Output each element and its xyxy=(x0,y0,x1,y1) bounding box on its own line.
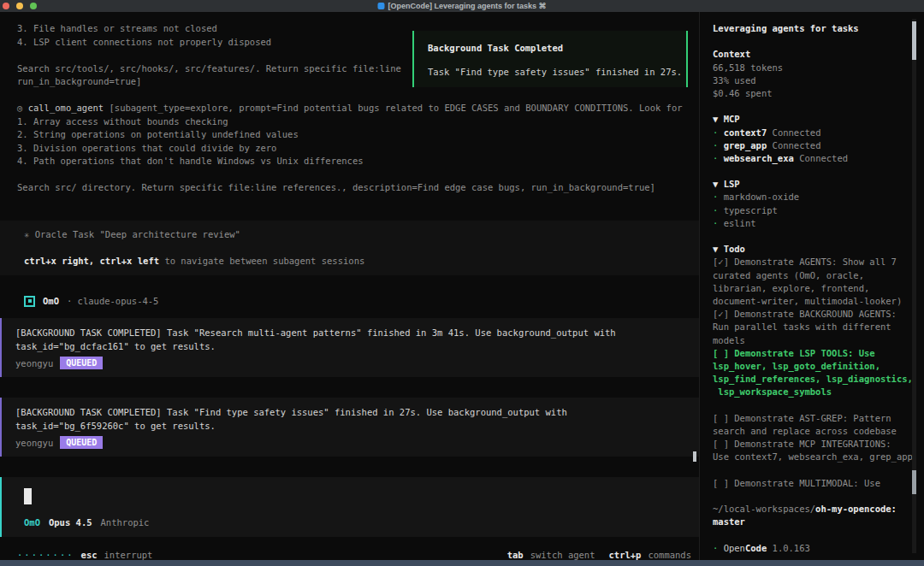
window-title-group: [OpenCode] Leveraging agents for tasks ⌘ xyxy=(377,2,546,10)
sidebar-line: Leveraging agents for tasks xyxy=(713,22,924,35)
sidebar-line: curated agents (OmO, oracle, xyxy=(713,269,924,282)
toast-title: Background Task Completed xyxy=(428,42,672,55)
titlebar: [OpenCode] Leveraging agents for tasks ⌘ xyxy=(0,0,924,12)
sidebar-line: Context xyxy=(713,48,924,61)
spinner-dots-icon: ········ xyxy=(17,550,74,560)
background-task-message-card: [BACKGROUND TASK COMPLETED] Task "Find t… xyxy=(0,398,699,457)
ctrlp-key-hint: ctrl+p xyxy=(608,550,641,560)
sidebar-line: · OpenCode 1.0.163 xyxy=(713,542,924,555)
text-segment: oh-my-opencode: xyxy=(815,504,897,514)
oracle-line: ✳ Oracle Task "Deep architecture review" xyxy=(24,228,699,242)
text-cursor xyxy=(24,488,32,504)
text-segment: [ ] Demonstrate MCP INTEGRATIONS: xyxy=(713,439,891,449)
text-segment: ✳ xyxy=(24,229,35,239)
sidebar-inner-scrollbar-thumb[interactable] xyxy=(912,470,916,494)
text-segment: $0.46 spent xyxy=(713,88,773,98)
oracle-line: ctrl+x right, ctrl+x left to navigate be… xyxy=(24,255,699,268)
queued-status-badge: QUEUED xyxy=(60,436,103,449)
sidebar-line: · grep_app Connected xyxy=(713,139,924,152)
sidebar-line: · websearch_exa Connected xyxy=(713,152,924,165)
minimize-window-button[interactable] xyxy=(16,3,23,9)
sidebar-line: lsp_workspace_symbols xyxy=(713,386,924,398)
text-segment: Connected xyxy=(767,140,820,150)
text-segment: markdown-oxide xyxy=(724,192,800,202)
text-segment: search and replace across codebase xyxy=(713,426,897,436)
text-segment: run_in_background=true] xyxy=(17,76,141,86)
oracle-task-panel: ✳ Oracle Task "Deep architecture review"… xyxy=(0,221,699,276)
terminal-main-pane: 3. File handles or streams not closed4. … xyxy=(0,12,700,560)
sidebar-line xyxy=(713,490,924,503)
text-segment: 4. Path operations that don't handle Win… xyxy=(17,156,364,166)
window-controls xyxy=(0,3,37,9)
fullscreen-window-button[interactable] xyxy=(30,3,37,9)
text-segment: [✓] Demonstrate AGENTS: Show all 7 xyxy=(713,256,897,267)
sidebar-line: search and replace across codebase xyxy=(713,425,924,438)
prompt-input[interactable]: OmO Opus 4.5 Anthropic xyxy=(0,477,699,537)
text-segment: [ ] Demonstrate MULTIMODAL: Use xyxy=(713,478,880,488)
text-segment: Leveraging agents for tasks xyxy=(713,23,859,33)
message-author: yeongyu xyxy=(15,438,53,448)
sidebar-line: Run parallel tasks with different xyxy=(713,321,924,333)
terminal-line: ◎ call_omo_agent [subagent_type=explore,… xyxy=(17,102,699,115)
text-segment: ctrl+x left xyxy=(100,256,160,266)
sidebar-line: 66,518 tokens xyxy=(713,62,924,74)
sidebar-line: Use context7, websearch_exa, grep_app xyxy=(713,451,924,463)
message-text-line: [BACKGROUND TASK COMPLETED] Task "Find t… xyxy=(15,406,685,420)
session-sidebar: Leveraging agents for tasks Context66,51… xyxy=(700,12,924,560)
statusbar-right: tab switch agent ctrl+p commands xyxy=(507,550,691,560)
sidebar-scrollbar-thumb[interactable] xyxy=(912,21,916,60)
text-segment: · xyxy=(713,192,724,202)
sidebar-line xyxy=(713,398,924,411)
main-scrollbar-thumb[interactable] xyxy=(693,451,696,462)
statusbar-left: ········ esc interrupt xyxy=(17,550,152,560)
text-segment: · xyxy=(713,218,724,228)
sidebar-line: ~/local-workspaces/oh-my-opencode: xyxy=(713,503,924,516)
text-segment: Code xyxy=(745,543,767,553)
sidebar-line: · eslint xyxy=(713,217,924,230)
agent-square-icon xyxy=(24,296,35,307)
oracle-task-lines: ✳ Oracle Task "Deep architecture review"… xyxy=(24,228,699,268)
text-segment: to navigate between subagent sessions xyxy=(159,256,364,266)
text-segment: call_omo_agent xyxy=(28,103,104,113)
statusbar: ········ esc interrupt tab switch agent … xyxy=(17,548,699,562)
tab-key-hint: tab xyxy=(507,550,524,560)
message-footer: yeongyu QUEUED xyxy=(15,356,685,370)
subagent-session-header: OmO · claude-opus-4-5 xyxy=(24,294,699,308)
text-segment: ▼ Todo xyxy=(713,244,745,254)
text-segment: [subagent_type=explore, prompt=Find pote… xyxy=(104,103,682,113)
text-segment: 66,518 tokens xyxy=(713,62,783,73)
sidebar-line xyxy=(713,528,924,541)
message-footer: yeongyu QUEUED xyxy=(15,435,685,450)
terminal-line: 4. Path operations that don't handle Win… xyxy=(17,155,699,168)
text-segment: Search src/ directory. Return specific f… xyxy=(17,182,655,192)
text-segment: librarian, explore, frontend, xyxy=(713,283,869,293)
sidebar-line: librarian, explore, frontend, xyxy=(713,282,924,295)
text-segment: · xyxy=(713,127,724,138)
text-segment: [✓] Demonstrate BACKGROUND AGENTS: xyxy=(713,309,897,319)
window-title: [OpenCode] Leveraging agents for tasks ⌘ xyxy=(388,2,546,10)
sidebar-line: 33% used xyxy=(713,74,924,87)
text-segment: curated agents (OmO, oracle, xyxy=(713,270,864,280)
sidebar-line: [✓] Demonstrate AGENTS: Show all 7 xyxy=(713,256,924,268)
sidebar-line: $0.46 spent xyxy=(713,87,924,100)
message-text-line: task_id="bg_dcfac161" to get results. xyxy=(15,340,685,354)
sidebar-line: master xyxy=(713,516,924,528)
toast-body: Task "Find type safety issues" finished … xyxy=(428,66,672,79)
text-segment: Oracle Task "Deep architecture review" xyxy=(35,229,240,239)
sidebar-line: models xyxy=(713,334,924,347)
text-segment: 33% used xyxy=(713,75,756,85)
text-segment: Connected xyxy=(767,127,820,138)
sidebar-line: [ ] Demonstrate MCP INTEGRATIONS: xyxy=(713,438,924,451)
text-segment: ctrl+x right, xyxy=(24,256,94,266)
close-window-button[interactable] xyxy=(3,3,9,9)
background-task-message-card: [BACKGROUND TASK COMPLETED] Task "Resear… xyxy=(0,318,699,377)
text-segment: Search src/tools/, src/hooks/, src/featu… xyxy=(17,63,401,74)
terminal-line: Search src/ directory. Return specific f… xyxy=(17,181,699,195)
text-segment: 3. Division operations that could divide… xyxy=(17,143,276,153)
text-segment: context7 xyxy=(724,127,767,138)
text-segment: ~/local-workspaces/ xyxy=(713,504,815,514)
text-segment: lsp_workspace_symbols xyxy=(713,386,832,397)
input-agent-name: OmO xyxy=(24,517,40,528)
sidebar-line xyxy=(713,463,924,476)
sidebar-line xyxy=(713,165,924,178)
